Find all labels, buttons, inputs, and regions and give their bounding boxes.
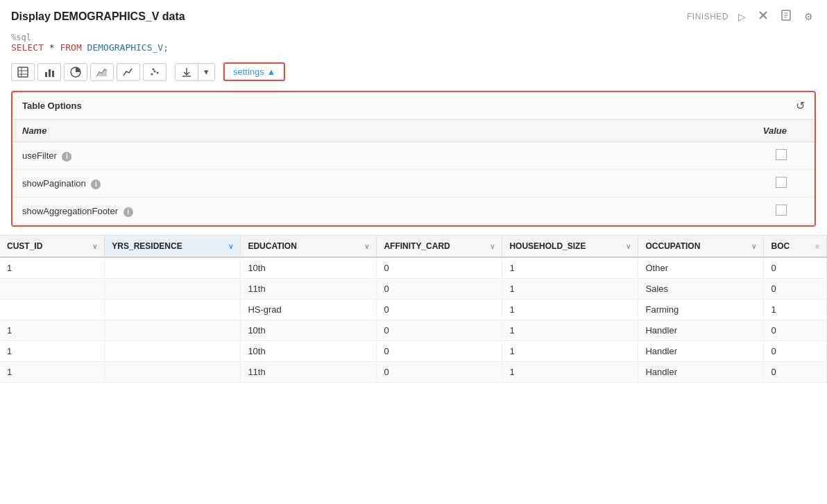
table-cell-yrs_residence (105, 341, 241, 362)
table-cell-cust_id: 1 (0, 341, 105, 362)
settings-reset-button[interactable]: ↺ (796, 99, 805, 112)
col-header-cust-id: CUST_ID ∨ (0, 236, 105, 257)
option-row-showpagination: showPagination i (12, 170, 815, 198)
checkbox-showpagination[interactable] (776, 177, 787, 188)
table-cell-education: 11th (241, 362, 377, 383)
table-cell-household_size: 1 (502, 341, 638, 362)
header-actions: FINISHED ▷ ⚙ (687, 8, 816, 24)
data-table: CUST_ID ∨ YRS_RESIDENCE ∨ EDUCATION (0, 236, 827, 383)
table-cell-education: 10th (241, 257, 377, 279)
table-cell-boc: 0 (764, 362, 827, 383)
col-header-boc: BOC ≡ (764, 236, 827, 257)
table-cell-occupation: Sales (638, 279, 764, 299)
table-cell-boc: 0 (764, 320, 827, 341)
table-cell-cust_id (0, 299, 105, 320)
area-chart-button[interactable] (90, 63, 114, 81)
svg-rect-12 (52, 71, 54, 77)
name-col-header: Name (12, 120, 558, 142)
checkbox-showaggfooter[interactable] (776, 205, 787, 216)
svg-point-16 (154, 70, 156, 72)
option-name-usefilter: useFilter i (12, 142, 558, 170)
kw-from: FROM (60, 42, 81, 53)
table-cell-boc: 0 (764, 341, 827, 362)
report-button[interactable] (778, 8, 794, 24)
option-value-showpagination (558, 170, 815, 198)
table-cell-household_size: 1 (502, 320, 638, 341)
status-label: FINISHED (687, 12, 728, 21)
col-header-household-size: HOUSEHOLD_SIZE ∨ (502, 236, 638, 257)
table-cell-affinity_card: 0 (377, 341, 502, 362)
col-header-affinity-card: AFFINITY_CARD ∨ (377, 236, 502, 257)
toolbar: ▾ settings ▲ (0, 58, 827, 85)
download-dropdown-button[interactable]: ▾ (198, 64, 214, 80)
table-cell-yrs_residence (105, 257, 241, 279)
table-cell-education: HS-grad (241, 299, 377, 320)
sort-icon-education[interactable]: ∨ (364, 243, 369, 250)
table-row: 110th01Handler0 (0, 320, 827, 341)
table-cell-cust_id (0, 279, 105, 299)
col-header-education: EDUCATION ∨ (241, 236, 377, 257)
settings-table: Name Value useFilter i showPagination i (12, 119, 815, 225)
svg-point-17 (157, 71, 159, 73)
sort-icon-boc[interactable]: ≡ (815, 243, 819, 250)
table-row: 111th01Handler0 (0, 362, 827, 383)
value-col-header: Value (558, 120, 815, 142)
table-cell-affinity_card: 0 (377, 320, 502, 341)
data-section: CUST_ID ∨ YRS_RESIDENCE ∨ EDUCATION (0, 235, 827, 383)
info-icon-showpagination[interactable]: i (91, 180, 101, 189)
scatter-chart-button[interactable] (143, 63, 167, 81)
stop-button[interactable] (756, 9, 771, 24)
kw-star: * (49, 42, 60, 53)
download-button[interactable] (176, 64, 198, 80)
sort-icon-cust-id[interactable]: ∨ (92, 243, 97, 250)
option-row-usefilter: useFilter i (12, 142, 815, 170)
col-header-yrs-residence: YRS_RESIDENCE ∨ (105, 236, 241, 257)
table-cell-affinity_card: 0 (377, 299, 502, 320)
checkbox-usefilter[interactable] (776, 149, 787, 160)
table-cell-affinity_card: 0 (377, 257, 502, 279)
line-chart-button[interactable] (117, 63, 140, 81)
table-cell-education: 11th (241, 279, 377, 299)
sort-icon-household-size[interactable]: ∨ (626, 243, 631, 250)
table-cell-yrs_residence (105, 299, 241, 320)
table-body: 110th01Other011th01Sales0HS-grad01Farmin… (0, 257, 827, 383)
table-cell-cust_id: 1 (0, 257, 105, 279)
settings-panel-title: Table Options (22, 101, 82, 111)
svg-rect-10 (45, 72, 47, 77)
table-header-row: CUST_ID ∨ YRS_RESIDENCE ∨ EDUCATION (0, 236, 827, 257)
table-cell-occupation: Handler (638, 341, 764, 362)
code-tag: %sql (11, 33, 816, 42)
svg-rect-11 (49, 69, 51, 77)
table-view-button[interactable] (11, 63, 35, 81)
bar-chart-button[interactable] (37, 63, 61, 81)
code-section: %sql SELECT * FROM DEMOGRAPHICS_V; (0, 30, 827, 58)
page-title: Display DEMOGRAPHICS_V data (11, 10, 185, 23)
data-table-container: CUST_ID ∨ YRS_RESIDENCE ∨ EDUCATION (0, 235, 827, 383)
info-icon-showaggfooter[interactable]: i (123, 207, 133, 217)
svg-rect-6 (18, 67, 28, 77)
option-row-showaggfooter: showAggregationFooter i (12, 198, 815, 225)
sort-icon-yrs-residence[interactable]: ∨ (228, 243, 233, 250)
table-cell-household_size: 1 (502, 279, 638, 299)
sort-icon-affinity-card[interactable]: ∨ (490, 243, 495, 250)
pie-chart-button[interactable] (64, 63, 87, 81)
kw-select: SELECT (11, 42, 44, 53)
settings-panel-header: Table Options ↺ (12, 92, 815, 119)
run-button[interactable]: ▷ (735, 10, 749, 24)
table-cell-yrs_residence (105, 362, 241, 383)
table-row: HS-grad01Farming1 (0, 299, 827, 320)
settings-toggle-button[interactable]: settings ▲ (223, 62, 285, 81)
svg-point-15 (151, 73, 153, 75)
table-cell-cust_id: 1 (0, 362, 105, 383)
table-cell-affinity_card: 0 (377, 362, 502, 383)
table-cell-boc: 1 (764, 299, 827, 320)
info-icon-usefilter[interactable]: i (62, 152, 71, 162)
table-cell-occupation: Handler (638, 320, 764, 341)
svg-point-18 (153, 68, 155, 70)
sort-icon-occupation[interactable]: ∨ (751, 243, 756, 250)
table-row: 11th01Sales0 (0, 279, 827, 299)
table-cell-occupation: Other (638, 257, 764, 279)
table-cell-boc: 0 (764, 279, 827, 299)
settings-gear-button[interactable]: ⚙ (801, 10, 816, 24)
table-cell-household_size: 1 (502, 257, 638, 279)
